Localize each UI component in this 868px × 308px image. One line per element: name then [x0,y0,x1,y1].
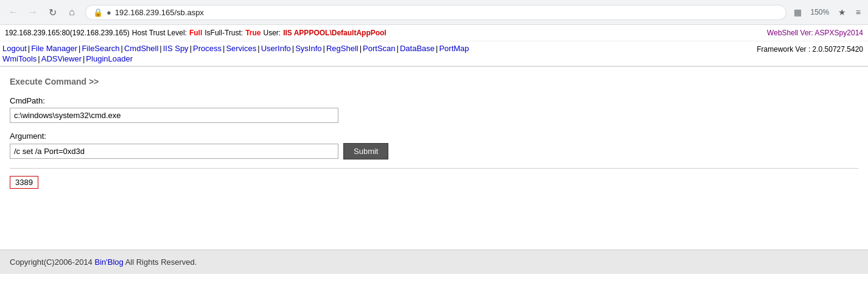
trust-level: Full [189,29,202,37]
browser-chrome: ← → ↻ ⌂ 🔒 ● ▦ 150% ★ ≡ [0,0,868,25]
address-bar-container: 🔒 ● [85,5,786,20]
nav-sep: | [27,44,31,53]
status-bar-right: WebShell Ver: ASPXSpy2014 [767,29,863,37]
nav-sep: | [82,54,86,63]
forward-button[interactable]: → [24,4,41,21]
cmdpath-input[interactable] [10,108,338,123]
nav-process[interactable]: Process [193,44,222,53]
is-full-trust-value: True [245,29,261,37]
nav-cmdshell[interactable]: CmdShell [124,44,158,53]
nav-buttons: ← → ↻ ⌂ [5,4,80,21]
nav-links-container: Logout | File Manager | FileSearch | Cmd… [2,44,757,63]
nav-pluginloader[interactable]: PluginLoader [86,54,133,63]
section-title: Execute Command >> [10,77,858,86]
browser-toolbar: ← → ↻ ⌂ 🔒 ● ▦ 150% ★ ≡ [0,0,868,24]
argument-label: Argument: [10,131,858,141]
nav-regshell[interactable]: RegShell [326,44,359,53]
user-label: User: [263,29,281,37]
user-name: IIS APPPOOL\DefaultAppPool [283,29,387,37]
nav-iis-spy[interactable]: IIS Spy [163,44,189,53]
is-full-trust-label: IsFull-Trust: [205,29,243,37]
menu-button[interactable]: ≡ [853,5,863,19]
nav-adsviewer[interactable]: ADSViewer [41,54,82,63]
address-bar[interactable] [115,8,779,17]
footer-link[interactable]: Bin'Blog [94,257,123,267]
argument-group: Argument: Submit [10,131,858,159]
zoom-level: 150% [809,8,831,16]
back-button[interactable]: ← [5,4,22,21]
nav-links: Logout | File Manager | FileSearch | Cmd… [0,41,868,67]
nav-filesearch[interactable]: FileSearch [82,44,119,53]
lock-icon: ● [107,8,111,17]
nav-database[interactable]: DataBase [400,44,435,53]
nav-sep: | [120,44,124,53]
nav-userinfo[interactable]: UserInfo [261,44,291,53]
page-content: 192.168.239.165:80(192.168.239.165) Host… [0,25,868,274]
argument-input[interactable] [10,144,338,159]
nav-sep: | [77,44,82,53]
cmdpath-label: CmdPath: [10,96,858,105]
nav-sep: | [256,44,261,53]
toolbar-right: ▦ 150% ★ ≡ [791,5,863,19]
argument-row: Submit [10,143,858,159]
nav-sep: | [158,44,163,53]
nav-wmitools[interactable]: WmiTools [2,54,37,63]
result-divider [10,168,858,169]
nav-row2: WmiTools | ADSViewer | PluginLoader [2,54,757,63]
nav-sysinfo[interactable]: SysInfo [295,44,321,53]
host-info: 192.168.239.165:80(192.168.239.165) [5,29,130,37]
submit-button[interactable]: Submit [343,143,388,159]
nav-services[interactable]: Services [226,44,256,53]
nav-logout[interactable]: Logout [2,44,27,53]
nav-portmap[interactable]: PortMap [439,44,469,53]
nav-sep: | [222,44,226,53]
bookmark-button[interactable]: ★ [836,5,849,19]
main-content: Execute Command >> CmdPath: Argument: Su… [0,67,868,237]
framework-ver: Framework Ver : 2.0.50727.5420 [757,44,863,54]
nav-sep: | [359,44,363,53]
nav-row1: Logout | File Manager | FileSearch | Cmd… [2,44,757,53]
footer-text-before: Copyright(C)2006-2014 [10,257,94,267]
webshell-ver-link[interactable]: WebShell Ver: ASPXSpy2014 [767,29,863,37]
reload-button[interactable]: ↻ [44,4,61,21]
home-button[interactable]: ⌂ [63,4,80,21]
footer-text-after: All Rights Reserved. [124,257,197,267]
nav-sep: | [322,44,326,53]
footer: Copyright(C)2006-2014 Bin'Blog All Right… [0,250,868,274]
nav-sep: | [435,44,439,53]
qr-button[interactable]: ▦ [791,5,804,19]
result-value: 3389 [10,176,858,189]
nav-sep: | [37,54,41,63]
nav-portscan[interactable]: PortScan [363,44,395,53]
nav-sep: | [291,44,295,53]
nav-sep: | [189,44,193,53]
nav-sep: | [396,44,400,53]
security-icon: 🔒 [93,8,103,17]
status-bar-left: 192.168.239.165:80(192.168.239.165) Host… [5,29,387,37]
cmdpath-group: CmdPath: [10,96,858,123]
host-trust-label: Host Trust Level: [132,29,187,37]
result-text: 3389 [10,176,38,189]
status-bar: 192.168.239.165:80(192.168.239.165) Host… [0,25,868,41]
nav-file-manager[interactable]: File Manager [31,44,77,53]
